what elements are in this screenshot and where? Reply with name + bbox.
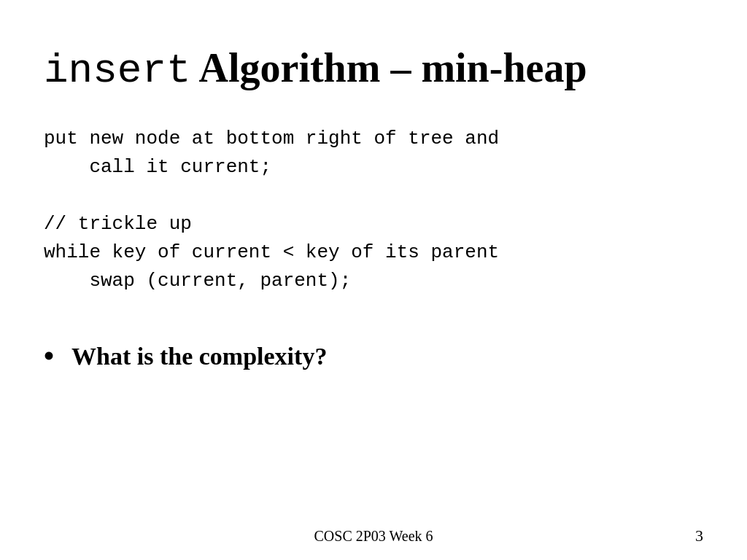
code-line-4: // trickle up xyxy=(44,210,703,238)
bullet-item-complexity: • What is the complexity? xyxy=(44,339,703,373)
bullet-text: What is the complexity? xyxy=(71,343,327,370)
code-block: put new node at bottom right of tree and… xyxy=(44,125,703,295)
bullet-section: • What is the complexity? xyxy=(44,339,703,373)
code-line-1: put new node at bottom right of tree and xyxy=(44,125,703,153)
code-line-2: call it current; xyxy=(44,153,703,182)
title-serif-part: Algorithm – min-heap xyxy=(191,45,587,90)
slide-content: put new node at bottom right of tree and… xyxy=(44,125,703,531)
slide-title: insert Algorithm – min-heap xyxy=(44,44,703,96)
slide-footer: COSC 2P03 Week 6 3 xyxy=(0,526,747,545)
code-line-3 xyxy=(44,182,703,210)
bullet-dot: • xyxy=(44,339,54,373)
footer-page-number: 3 xyxy=(695,526,703,545)
code-line-6: swap (current, parent); xyxy=(44,267,703,295)
title-mono-part: insert xyxy=(44,47,191,94)
code-line-5: while key of current < key of its parent xyxy=(44,238,703,267)
footer-center-text: COSC 2P03 Week 6 xyxy=(314,528,433,545)
slide: insert Algorithm – min-heap put new node… xyxy=(0,0,747,560)
